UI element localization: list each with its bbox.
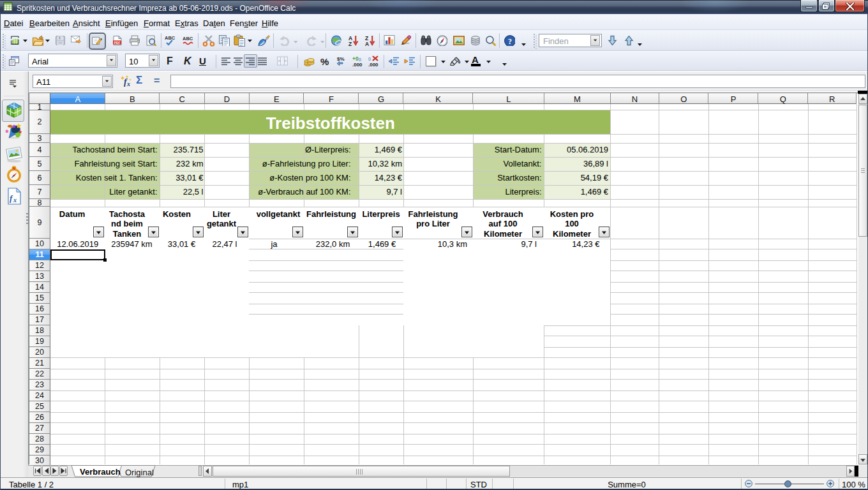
svg-text:A: A	[365, 41, 369, 46]
svg-text:Z: Z	[348, 41, 352, 46]
svg-text:x: x	[13, 197, 17, 204]
svg-text:0: 0	[368, 57, 371, 61]
svg-text:ABC: ABC	[165, 35, 176, 41]
svg-text:N: N	[13, 167, 15, 170]
svg-text:?: ?	[508, 37, 512, 46]
svg-text:.000: .000	[352, 62, 363, 68]
svg-text:.000: .000	[368, 62, 378, 68]
svg-text:+0: +0	[352, 56, 359, 62]
svg-text:x: x	[126, 80, 130, 87]
svg-text:ABC: ABC	[183, 36, 193, 41]
svg-text:PDF: PDF	[114, 41, 121, 45]
svg-text:$%: $%	[337, 56, 345, 62]
